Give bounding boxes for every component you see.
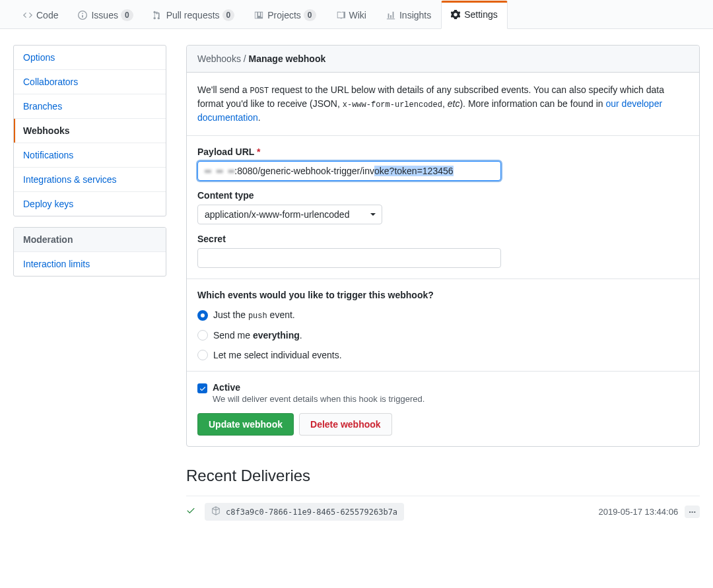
box-header: Webhooks / Manage webhook: [187, 46, 699, 73]
delete-webhook-button[interactable]: Delete webhook: [299, 413, 392, 436]
update-webhook-button[interactable]: Update webhook: [197, 413, 294, 436]
book-icon: [336, 11, 345, 20]
nav-tab-wiki[interactable]: Wiki: [326, 1, 376, 29]
delivery-row[interactable]: c8f3a9c0-7866-11e9-8465-625579263b7a 201…: [186, 496, 700, 527]
payload-url-input[interactable]: ▪▪ ▪▪ ▪▪:8080/generic-webhook-trigger/in…: [197, 161, 501, 181]
sidebar-item-webhooks[interactable]: Webhooks: [14, 119, 166, 143]
nav-tab-code[interactable]: Code: [13, 1, 68, 29]
webhook-box: Webhooks / Manage webhook We'll send a P…: [186, 45, 700, 447]
active-desc: We will deliver event details when this …: [213, 394, 424, 404]
settings-sidebar: Options Collaborators Branches Webhooks …: [13, 45, 166, 527]
repo-nav: Code Issues 0 Pull requests 0 Projects 0: [0, 0, 713, 29]
event-option-everything[interactable]: Send me everything.: [197, 330, 689, 341]
sidebar-item-integrations[interactable]: Integrations & services: [14, 168, 166, 192]
sidebar-item-notifications[interactable]: Notifications: [14, 143, 166, 168]
nav-tab-projects[interactable]: Projects 0: [244, 1, 325, 29]
event-option-push[interactable]: Just the push event.: [197, 310, 689, 321]
issues-count: 0: [121, 9, 133, 21]
sidebar-menu-moderation: Moderation Interaction limits: [13, 227, 166, 277]
events-title: Which events would you like to trigger t…: [197, 290, 689, 300]
sidebar-item-deploy-keys[interactable]: Deploy keys: [14, 192, 166, 216]
content-type-select[interactable]: application/x-www-form-urlencoded: [197, 205, 382, 224]
nav-label: Issues: [91, 10, 118, 20]
nav-label: Projects: [267, 10, 301, 20]
projects-count: 0: [304, 9, 316, 21]
sidebar-item-interaction-limits[interactable]: Interaction limits: [14, 252, 166, 276]
ellipsis-button[interactable]: ···: [685, 506, 700, 518]
secret-input[interactable]: [197, 248, 501, 268]
pull-request-icon: [153, 11, 162, 20]
nav-label: Pull requests: [166, 10, 220, 20]
description-section: We'll send a POST request to the URL bel…: [187, 73, 699, 136]
sidebar-menu: Options Collaborators Branches Webhooks …: [13, 45, 166, 216]
delivery-time: 2019-05-17 13:44:06: [598, 507, 678, 517]
nav-label: Code: [36, 10, 58, 20]
main-content: Webhooks / Manage webhook We'll send a P…: [186, 45, 700, 527]
nav-tab-pulls[interactable]: Pull requests 0: [143, 1, 245, 29]
nav-label: Wiki: [349, 10, 366, 20]
project-icon: [254, 11, 263, 20]
check-icon: [186, 506, 195, 517]
active-checkbox[interactable]: [197, 383, 207, 393]
breadcrumb-root[interactable]: Webhooks: [197, 53, 241, 64]
event-option-individual[interactable]: Let me select individual events.: [197, 350, 689, 360]
radio-icon: [197, 350, 208, 360]
recent-deliveries-title: Recent Deliveries: [186, 467, 700, 485]
graph-icon: [386, 11, 395, 20]
nav-tab-issues[interactable]: Issues 0: [68, 1, 143, 29]
gear-icon: [451, 10, 460, 19]
secret-label: Secret: [197, 234, 689, 244]
nav-tab-settings[interactable]: Settings: [441, 1, 508, 29]
sidebar-item-options[interactable]: Options: [14, 46, 166, 70]
radio-icon: [197, 330, 208, 341]
active-section: Active We will deliver event details whe…: [187, 372, 699, 446]
sidebar-item-collaborators[interactable]: Collaborators: [14, 70, 166, 94]
sidebar-heading-moderation: Moderation: [14, 228, 166, 252]
code-icon: [23, 11, 32, 20]
breadcrumb-sep: /: [241, 53, 249, 64]
nav-label: Insights: [399, 10, 431, 20]
events-section: Which events would you like to trigger t…: [187, 279, 699, 372]
content-type-label: Content type: [197, 190, 689, 201]
pulls-count: 0: [222, 9, 235, 21]
radio-icon: [197, 310, 208, 321]
breadcrumb-current: Manage webhook: [249, 53, 326, 64]
delivery-guid[interactable]: c8f3a9c0-7866-11e9-8465-625579263b7a: [205, 503, 404, 521]
nav-tab-insights[interactable]: Insights: [376, 1, 441, 29]
package-icon: [211, 506, 221, 517]
nav-label: Settings: [464, 9, 498, 20]
form-section: Payload URL * ▪▪ ▪▪ ▪▪:8080/generic-webh…: [187, 136, 699, 279]
issue-icon: [78, 11, 87, 20]
payload-url-label: Payload URL *: [197, 147, 689, 157]
sidebar-item-branches[interactable]: Branches: [14, 94, 166, 119]
